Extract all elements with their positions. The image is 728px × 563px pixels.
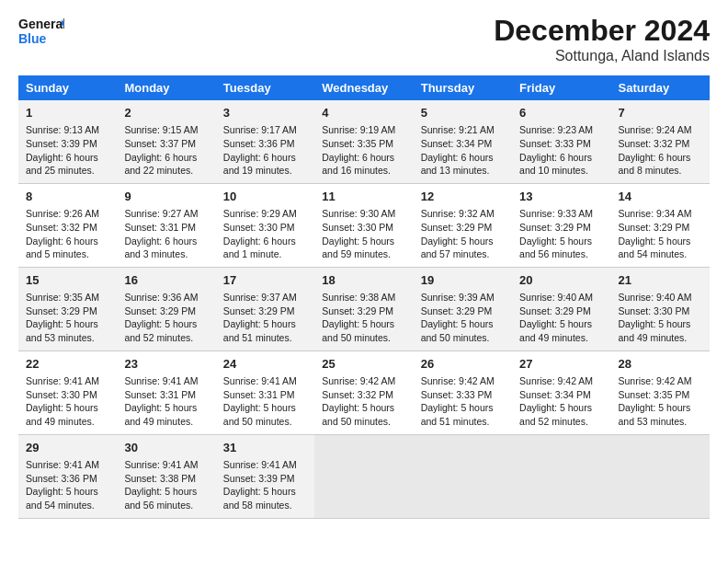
sunset-text: Sunset: 3:29 PM [421, 221, 505, 235]
daylight-text: Daylight: 6 hours and 22 minutes. [124, 151, 208, 178]
col-friday: Friday [512, 75, 610, 100]
calendar-cell: 14Sunrise: 9:34 AMSunset: 3:29 PMDayligh… [611, 183, 710, 267]
day-number: 26 [421, 356, 505, 373]
col-saturday: Saturday [611, 75, 710, 100]
daylight-text: Daylight: 5 hours and 49 minutes. [519, 317, 603, 344]
week-row: 29Sunrise: 9:41 AMSunset: 3:36 PMDayligh… [18, 434, 710, 518]
sunrise-text: Sunrise: 9:36 AM [124, 291, 208, 304]
day-number: 15 [26, 272, 109, 289]
sunrise-text: Sunrise: 9:41 AM [124, 458, 208, 472]
calendar-cell: 13Sunrise: 9:33 AMSunset: 3:29 PMDayligh… [512, 183, 610, 267]
day-number: 10 [223, 189, 307, 205]
sunrise-text: Sunrise: 9:42 AM [421, 374, 505, 388]
calendar-cell: 26Sunrise: 9:42 AMSunset: 3:33 PMDayligh… [414, 350, 512, 434]
sunrise-text: Sunrise: 9:41 AM [26, 458, 109, 472]
sunrise-text: Sunrise: 9:17 AM [223, 123, 307, 137]
daylight-text: Daylight: 5 hours and 50 minutes. [322, 317, 405, 344]
sunrise-text: Sunrise: 9:41 AM [223, 458, 307, 472]
sunrise-text: Sunrise: 9:27 AM [124, 207, 208, 221]
calendar-cell: 21Sunrise: 9:40 AMSunset: 3:30 PMDayligh… [611, 267, 710, 350]
daylight-text: Daylight: 6 hours and 10 minutes. [519, 151, 603, 178]
sunset-text: Sunset: 3:29 PM [223, 304, 307, 318]
month-title: December 2024 [494, 14, 710, 48]
calendar-cell: 31Sunrise: 9:41 AMSunset: 3:39 PMDayligh… [216, 434, 314, 518]
day-number: 21 [619, 272, 702, 289]
calendar-cell: 28Sunrise: 9:42 AMSunset: 3:35 PMDayligh… [611, 350, 710, 434]
sunset-text: Sunset: 3:30 PM [26, 388, 109, 402]
day-number: 27 [519, 356, 603, 373]
day-number: 25 [322, 356, 405, 373]
day-number: 8 [26, 189, 109, 205]
calendar-cell: 18Sunrise: 9:38 AMSunset: 3:29 PMDayligh… [314, 267, 413, 350]
daylight-text: Daylight: 6 hours and 16 minutes. [322, 151, 405, 178]
sunrise-text: Sunrise: 9:39 AM [421, 291, 505, 304]
title-block: December 2024 Sottunga, Aland Islands [494, 14, 710, 64]
sunset-text: Sunset: 3:32 PM [322, 388, 405, 402]
calendar-cell [611, 434, 710, 518]
calendar-cell: 23Sunrise: 9:41 AMSunset: 3:31 PMDayligh… [117, 350, 215, 434]
daylight-text: Daylight: 5 hours and 58 minutes. [223, 485, 307, 511]
daylight-text: Daylight: 5 hours and 49 minutes. [124, 401, 208, 428]
sunrise-text: Sunrise: 9:42 AM [322, 374, 405, 388]
day-number: 12 [421, 189, 505, 205]
day-number: 22 [26, 356, 109, 373]
col-wednesday: Wednesday [314, 75, 413, 100]
calendar-cell: 20Sunrise: 9:40 AMSunset: 3:29 PMDayligh… [512, 267, 610, 350]
daylight-text: Daylight: 5 hours and 52 minutes. [519, 401, 603, 428]
daylight-text: Daylight: 5 hours and 50 minutes. [223, 401, 307, 428]
col-thursday: Thursday [414, 75, 512, 100]
calendar-cell: 11Sunrise: 9:30 AMSunset: 3:30 PMDayligh… [314, 183, 413, 267]
day-number: 28 [619, 356, 702, 373]
header-row: Sunday Monday Tuesday Wednesday Thursday… [18, 75, 710, 100]
calendar-cell [314, 434, 413, 518]
sunrise-text: Sunrise: 9:41 AM [223, 374, 307, 388]
calendar-cell: 19Sunrise: 9:39 AMSunset: 3:29 PMDayligh… [414, 267, 512, 350]
sunrise-text: Sunrise: 9:13 AM [26, 123, 109, 137]
daylight-text: Daylight: 5 hours and 56 minutes. [519, 235, 603, 261]
sunrise-text: Sunrise: 9:32 AM [421, 207, 505, 221]
sunset-text: Sunset: 3:33 PM [421, 388, 505, 402]
sunset-text: Sunset: 3:34 PM [519, 388, 603, 402]
sunrise-text: Sunrise: 9:21 AM [421, 123, 505, 137]
calendar-cell: 10Sunrise: 9:29 AMSunset: 3:30 PMDayligh… [216, 183, 314, 267]
sunset-text: Sunset: 3:36 PM [223, 137, 307, 151]
daylight-text: Daylight: 5 hours and 57 minutes. [421, 235, 505, 261]
calendar-cell: 6Sunrise: 9:23 AMSunset: 3:33 PMDaylight… [512, 100, 610, 183]
sunset-text: Sunset: 3:35 PM [322, 137, 405, 151]
daylight-text: Daylight: 5 hours and 53 minutes. [619, 401, 702, 428]
day-number: 6 [519, 105, 603, 121]
calendar-cell: 9Sunrise: 9:27 AMSunset: 3:31 PMDaylight… [117, 183, 215, 267]
sunrise-text: Sunrise: 9:37 AM [223, 291, 307, 304]
daylight-text: Daylight: 5 hours and 56 minutes. [124, 485, 208, 511]
sunset-text: Sunset: 3:29 PM [519, 221, 603, 235]
sunset-text: Sunset: 3:33 PM [519, 137, 603, 151]
calendar-cell: 1Sunrise: 9:13 AMSunset: 3:39 PMDaylight… [18, 100, 117, 183]
calendar-cell: 29Sunrise: 9:41 AMSunset: 3:36 PMDayligh… [18, 434, 117, 518]
sunset-text: Sunset: 3:39 PM [26, 137, 109, 151]
sunset-text: Sunset: 3:31 PM [124, 388, 208, 402]
daylight-text: Daylight: 5 hours and 49 minutes. [619, 317, 702, 344]
calendar-cell: 5Sunrise: 9:21 AMSunset: 3:34 PMDaylight… [414, 100, 512, 183]
calendar-cell: 22Sunrise: 9:41 AMSunset: 3:30 PMDayligh… [18, 350, 117, 434]
col-tuesday: Tuesday [216, 75, 314, 100]
daylight-text: Daylight: 6 hours and 13 minutes. [421, 151, 505, 178]
sunrise-text: Sunrise: 9:26 AM [26, 207, 109, 221]
daylight-text: Daylight: 6 hours and 25 minutes. [26, 151, 109, 178]
day-number: 30 [124, 440, 208, 456]
sunset-text: Sunset: 3:30 PM [619, 304, 702, 318]
daylight-text: Daylight: 5 hours and 59 minutes. [322, 235, 405, 261]
calendar-table: Sunday Monday Tuesday Wednesday Thursday… [18, 75, 710, 519]
page-container: General Blue December 2024 Sottunga, Ala… [0, 0, 728, 528]
daylight-text: Daylight: 6 hours and 1 minute. [223, 235, 307, 261]
daylight-text: Daylight: 5 hours and 51 minutes. [421, 401, 505, 428]
daylight-text: Daylight: 5 hours and 49 minutes. [26, 401, 109, 428]
daylight-text: Daylight: 5 hours and 53 minutes. [26, 317, 109, 344]
sunset-text: Sunset: 3:35 PM [619, 388, 702, 402]
day-number: 16 [124, 272, 208, 289]
day-number: 1 [26, 105, 109, 121]
sunrise-text: Sunrise: 9:42 AM [519, 374, 603, 388]
daylight-text: Daylight: 5 hours and 52 minutes. [124, 317, 208, 344]
page-header: General Blue December 2024 Sottunga, Ala… [18, 14, 710, 64]
daylight-text: Daylight: 5 hours and 54 minutes. [619, 235, 702, 261]
calendar-cell: 7Sunrise: 9:24 AMSunset: 3:32 PMDaylight… [611, 100, 710, 183]
